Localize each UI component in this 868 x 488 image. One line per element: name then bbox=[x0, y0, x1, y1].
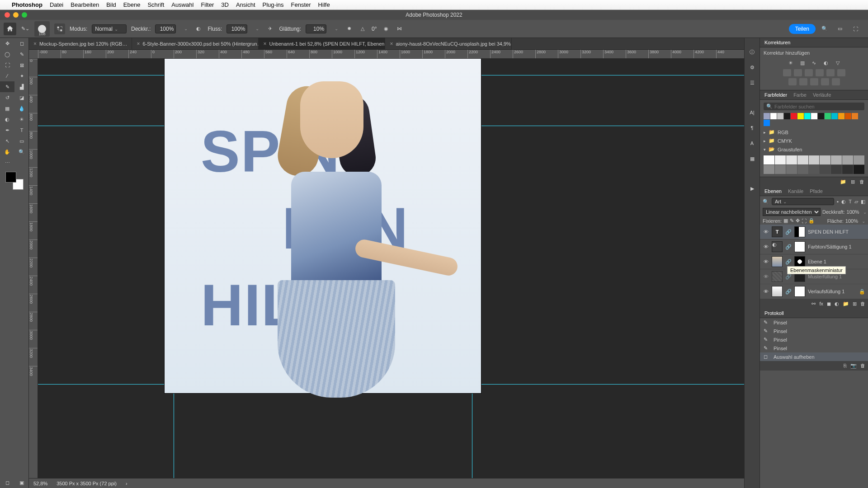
new-layer-icon[interactable]: ⊞ bbox=[853, 301, 857, 307]
layer-thumb[interactable] bbox=[772, 286, 783, 297]
adjustments-panel-header[interactable]: Korrekturen bbox=[760, 38, 868, 47]
adj-invert-icon[interactable] bbox=[788, 78, 797, 85]
layers-tab[interactable]: Ebenen bbox=[764, 188, 782, 194]
channels-tab[interactable]: Kanäle bbox=[788, 188, 803, 194]
lock-nest-icon[interactable]: ⛶ bbox=[802, 218, 807, 224]
filter-shape-icon[interactable]: ▱ bbox=[854, 199, 858, 205]
status-chevron-icon[interactable]: › bbox=[126, 481, 127, 486]
layer-kind-filter[interactable]: Art bbox=[772, 198, 834, 205]
airbrush-icon[interactable]: ✈ bbox=[265, 24, 274, 33]
swatch[interactable] bbox=[854, 165, 864, 174]
smoothing-dropdown[interactable] bbox=[331, 24, 340, 33]
adj-thresh-icon[interactable] bbox=[810, 78, 818, 85]
filter-type-icon[interactable]: T bbox=[849, 199, 852, 204]
visibility-icon[interactable]: 👁 bbox=[763, 259, 769, 264]
brush-tool[interactable]: ✎ bbox=[0, 81, 14, 92]
hand-tool[interactable]: ✋ bbox=[0, 146, 14, 157]
swatch[interactable] bbox=[831, 113, 838, 119]
swatch[interactable] bbox=[791, 113, 797, 119]
color-swatches[interactable] bbox=[5, 172, 24, 190]
swatch[interactable] bbox=[764, 120, 770, 126]
zoom-level[interactable]: 52,8% bbox=[33, 481, 47, 486]
adj-map-icon[interactable] bbox=[837, 69, 845, 76]
folder-rgb[interactable]: ▸📁RGB bbox=[764, 128, 864, 136]
menu-image[interactable]: Bild bbox=[106, 1, 116, 8]
layer-thumb[interactable] bbox=[772, 271, 783, 282]
menu-type[interactable]: Schrift bbox=[147, 1, 164, 8]
swatch[interactable] bbox=[764, 113, 770, 119]
adj-select-icon[interactable] bbox=[832, 78, 840, 85]
pressure-size-icon[interactable]: ◉ bbox=[382, 24, 391, 33]
history-item[interactable]: ✎Pinsel bbox=[760, 318, 868, 327]
flow-dropdown[interactable] bbox=[252, 24, 261, 33]
adjustment-layer-icon[interactable]: ◐ bbox=[835, 301, 839, 307]
glyphs-panel-icon[interactable]: A bbox=[747, 138, 757, 148]
swatch[interactable] bbox=[797, 113, 804, 119]
doc-tab-1[interactable]: ×6-Style-Banner-3000x3000.psd bei 50% (H… bbox=[132, 38, 259, 49]
swatch-new-icon[interactable]: ⊞ bbox=[851, 179, 855, 185]
screen-mode-icon[interactable]: ⛶ bbox=[851, 24, 860, 33]
doc-tab-3[interactable]: ×aiony-haust-8OxVecNEuCQ-unsplash.jpg be… bbox=[385, 38, 512, 49]
swatch[interactable] bbox=[852, 113, 858, 119]
properties-panel-icon[interactable]: ⚙ bbox=[747, 62, 757, 72]
lock-paint-icon[interactable]: ✎ bbox=[790, 218, 794, 224]
swatch[interactable] bbox=[809, 155, 820, 164]
swatch[interactable] bbox=[809, 165, 820, 174]
history-panel-header[interactable]: Protokoll bbox=[760, 309, 868, 318]
swatch[interactable] bbox=[797, 165, 808, 174]
filter-pixel-icon[interactable]: ▪ bbox=[837, 199, 839, 204]
canvas[interactable]: SP N DEN HILFT bbox=[38, 59, 744, 478]
doc-info[interactable]: 3500 Px x 3500 Px (72 ppi) bbox=[57, 481, 117, 486]
swatch-folder-icon[interactable]: 📁 bbox=[840, 179, 846, 185]
gradient-tool[interactable]: ▦ bbox=[0, 103, 14, 114]
swatch[interactable] bbox=[818, 113, 824, 119]
shape-tool[interactable]: ▭ bbox=[14, 136, 29, 146]
doc-tab-0[interactable]: ×Mockup-Spenden.jpg bei 120% (RGB… bbox=[29, 38, 132, 49]
eyedropper-tool[interactable]: ⁄ bbox=[0, 70, 14, 81]
history-brush-tool[interactable]: ↺ bbox=[0, 92, 14, 103]
crop-tool[interactable]: ⛶ bbox=[0, 60, 14, 70]
layer-gradient[interactable]: 👁 🔗 Verlaufsfüllung 1 🔒 bbox=[760, 284, 868, 299]
blur-tool[interactable]: ◐ bbox=[0, 114, 14, 125]
quick-select-tool[interactable]: ✎ bbox=[14, 49, 29, 60]
paragraph-panel-icon[interactable]: ¶ bbox=[747, 123, 757, 133]
menu-help[interactable]: Hilfe bbox=[318, 1, 330, 8]
adj-hue-icon[interactable] bbox=[783, 69, 791, 76]
swatch[interactable] bbox=[775, 155, 786, 164]
history-item[interactable]: ✎Pinsel bbox=[760, 327, 868, 335]
layer-mask[interactable] bbox=[794, 286, 805, 297]
foreground-color[interactable] bbox=[5, 172, 16, 183]
gradients-tab[interactable]: Verläufe bbox=[813, 92, 831, 98]
adj-poster-icon[interactable] bbox=[799, 78, 807, 85]
swatch[interactable] bbox=[764, 165, 774, 174]
symmetry-icon[interactable]: ⋈ bbox=[395, 24, 404, 33]
swatch[interactable] bbox=[777, 113, 783, 119]
close-icon[interactable]: × bbox=[33, 41, 37, 47]
path-select-tool[interactable]: ↖ bbox=[0, 136, 14, 146]
blend-mode-select[interactable]: Linear nachbelichten bbox=[763, 208, 821, 216]
paths-tab[interactable]: Pfade bbox=[810, 188, 823, 194]
swatch[interactable] bbox=[831, 155, 842, 164]
quick-mask-tool[interactable]: ◻ bbox=[0, 477, 14, 488]
swatch[interactable] bbox=[770, 113, 777, 119]
menu-window[interactable]: Fenster bbox=[291, 1, 311, 8]
swatch-search-input[interactable] bbox=[774, 104, 862, 109]
play-panel-icon[interactable]: ▶ bbox=[747, 183, 757, 193]
close-icon[interactable]: × bbox=[137, 41, 140, 47]
history-item[interactable]: ✎Pinsel bbox=[760, 335, 868, 344]
layer-mask[interactable] bbox=[794, 256, 805, 267]
brightness-icon[interactable]: ☀ bbox=[786, 58, 795, 67]
adj-photo-icon[interactable] bbox=[805, 69, 813, 76]
angle-value[interactable]: 0° bbox=[372, 26, 377, 32]
curves-icon[interactable]: ∿ bbox=[810, 58, 819, 67]
adj-grad-icon[interactable] bbox=[821, 78, 829, 85]
levels-icon[interactable]: ▥ bbox=[798, 58, 807, 67]
visibility-icon[interactable]: 👁 bbox=[763, 229, 769, 235]
swatch[interactable] bbox=[838, 113, 844, 119]
adjust-panel-icon[interactable]: ☰ bbox=[747, 78, 757, 88]
swatch[interactable] bbox=[831, 165, 842, 174]
layer-mask[interactable] bbox=[794, 226, 805, 237]
app-menu[interactable]: Photoshop bbox=[12, 1, 42, 8]
visibility-icon[interactable]: 👁 bbox=[763, 244, 769, 249]
layer-thumb[interactable]: ◐ bbox=[772, 241, 783, 252]
